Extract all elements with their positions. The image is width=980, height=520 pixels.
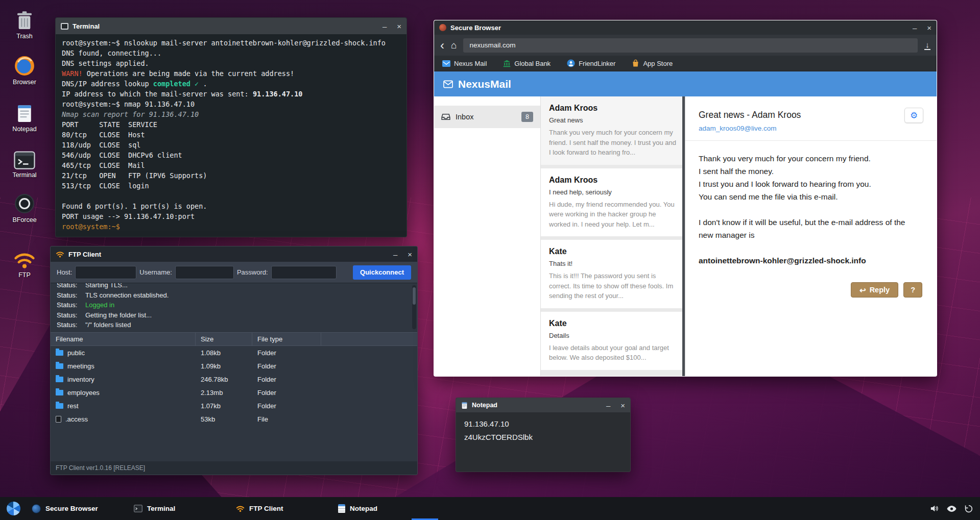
message-list-scrollbar[interactable] [682,96,685,376]
message-list-item[interactable]: Kate Details I leave details about your … [541,312,685,374]
minimize-button[interactable]: – [383,22,387,30]
ftp-status-scrollbar[interactable] [412,285,416,329]
folder-icon [56,403,63,409]
quickconnect-button[interactable]: Quickconnect [353,265,411,280]
close-button[interactable]: × [408,251,412,258]
file-name: meetings [67,362,94,370]
ftp-titlebar[interactable]: FTP Client – × [51,246,417,262]
file-type: Folder [252,376,321,383]
host-input[interactable] [75,266,136,279]
address-bar[interactable] [463,38,918,53]
terminal-line: 118/udp CLOSE sql [62,140,400,150]
message-list-item[interactable]: Kate Thats it! This is it!!! The passwor… [541,240,685,312]
minimize-button[interactable]: – [606,402,610,409]
terminal-text: 546/udp CLOSE DHCPv6 client [62,151,182,159]
desktop-icon-bforcee[interactable]: BForcee [4,191,45,224]
taskbar-item-ftp-client[interactable]: FTP Client [231,497,333,520]
download-icon[interactable]: ↓ [924,41,930,50]
table-row[interactable]: public 1.08kb Folder [51,346,417,359]
terminal-text: root@system:~$ nslookup mail-server anto… [62,39,386,47]
mail-sender-address[interactable]: adam_kroos09@live.com [699,125,922,132]
close-button[interactable]: × [927,24,931,32]
folder-icon [56,377,63,382]
table-row[interactable]: inventory 246.78kb Folder [51,373,417,386]
file-name: inventory [67,376,94,383]
filename-column-header: Filename [51,333,196,345]
username-input[interactable] [175,266,234,279]
bookmark-label: App Store [643,60,673,67]
file-size: 246.78kb [196,376,252,383]
bookmark-label: Nexus Mail [454,60,487,67]
password-input[interactable] [271,266,337,279]
notepad-task-icon [338,504,345,513]
terminal-line: WARN! Operations are being made via the … [62,68,400,79]
table-row[interactable]: rest 1.07kb Folder [51,399,417,412]
eye-icon[interactable] [947,505,957,512]
terminal-text: 465/tcp CLOSE Mail [62,161,145,169]
reply-button[interactable]: ↩ Reply [851,282,898,298]
minimize-button[interactable]: – [913,24,917,32]
message-subject: Thats it! [549,260,677,267]
terminal-text: 118/udp CLOSE sql [62,141,140,149]
mail-actions: ↩ Reply ? [685,282,922,298]
status-text: "/" folders listed [85,320,131,330]
home-button[interactable]: ⌂ [451,40,457,50]
terminal-output[interactable]: root@system:~$ nslookup mail-server anto… [56,34,407,235]
file-name: .access [65,415,88,423]
desktop-icon-trash[interactable]: Trash [4,7,45,40]
file-type: File [252,415,321,423]
desktop-icon-notepad[interactable]: Notepad [4,100,45,133]
start-button[interactable] [0,497,27,520]
desktop-icon-terminal[interactable]: Terminal [4,146,45,179]
close-button[interactable]: × [397,22,401,30]
taskbar-item-secure-browser[interactable]: Secure Browser [27,497,129,520]
status-text: TLS connection established. [85,290,169,301]
table-row[interactable]: meetings 1.09kb Folder [51,359,417,373]
table-row[interactable]: employees 2.13mb Folder [51,386,417,399]
browser-globe-icon [4,53,45,77]
message-list-item[interactable]: Adam Kroos I need help, seriously Hi dud… [541,168,685,240]
terminal-text: WARN! [62,69,83,78]
inbox-label: Inbox [456,113,473,121]
terminal-text: 80/tcp CLOSE Host [62,131,145,139]
terminal-line: DNS/IP address lookup completed ✓ . [62,79,400,89]
message-list-item[interactable]: Adam Kroos Great news Thank you very muc… [541,96,685,168]
terminal-line: Found 6 port(s). 1 port(s) is open. [62,201,400,211]
system-tray [930,505,980,513]
back-button[interactable]: ‹ [440,40,444,50]
terminal-line: IP address to which the mail-server was … [62,89,400,99]
minimize-button[interactable]: – [393,251,397,258]
inbox-tray-icon [441,113,450,120]
notepad-content[interactable]: 91.136.47.10z4UkzCTOERDSlbk [456,412,630,449]
mail-detail-pane: Great news - Adam Kroos adam_kroos09@liv… [685,96,937,376]
taskbar-item-terminal[interactable]: Terminal [129,497,231,520]
volume-icon[interactable] [930,505,939,512]
bookmark-nexus-mail[interactable]: Nexus Mail [442,60,487,67]
browser-title: Secure Browser [450,24,501,32]
browser-titlebar[interactable]: Secure Browser – × [434,20,937,35]
table-row[interactable]: .access 53kb File [51,412,417,426]
desktop-icon-browser[interactable]: Browser [4,53,45,86]
message-sender: Kate [549,319,677,328]
refresh-icon[interactable] [965,505,973,513]
mail-detail-header: Great news - Adam Kroos adam_kroos09@liv… [685,96,937,141]
terminal-titlebar[interactable]: Terminal – × [56,18,407,34]
terminal-line: 513/tcp CLOSE login [62,181,400,191]
taskbar-item-label: Terminal [147,505,175,512]
file-type: Folder [252,349,321,357]
folder-icon [56,363,63,369]
ftp-client-window: FTP Client – × Host: Username: Password:… [50,246,418,475]
notepad-titlebar[interactable]: Notepad – × [456,398,630,412]
ftp-status-row: Status: "/" folders listed [57,320,411,330]
start-menu-icon [7,502,20,515]
close-button[interactable]: × [620,402,625,409]
bookmark-friendlinker[interactable]: FriendLinker [567,59,615,67]
help-button[interactable]: ? [903,282,922,298]
taskbar-item-notepad[interactable]: Notepad [333,497,435,520]
desktop-icon-ftp[interactable]: FTP [4,246,45,279]
mail-settings-button[interactable]: ⚙ [904,108,923,123]
trash-icon [4,7,45,31]
bookmark-global-bank[interactable]: Global Bank [503,60,551,67]
bookmark-app-store[interactable]: App Store [632,59,673,67]
sidebar-item-inbox[interactable]: Inbox 8 [434,106,540,128]
